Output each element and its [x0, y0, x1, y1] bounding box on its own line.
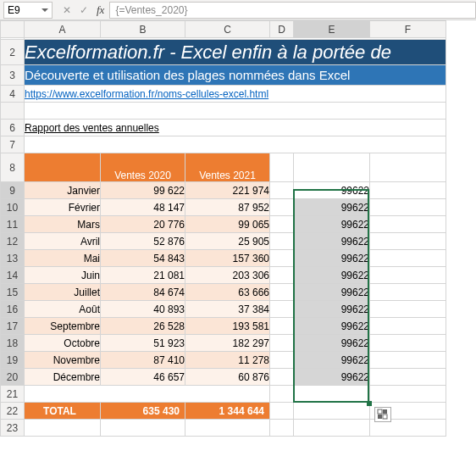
value-2020[interactable]: 87 410: [101, 352, 185, 369]
enter-icon[interactable]: ✓: [78, 4, 90, 16]
fill-handle[interactable]: [367, 401, 372, 406]
value-2020[interactable]: 52 876: [101, 233, 185, 250]
spill-cell[interactable]: 99622: [294, 182, 370, 199]
row-header[interactable]: 20: [1, 369, 25, 386]
row-header[interactable]: 14: [1, 267, 25, 284]
url-link[interactable]: https://www.excelformation.fr/noms-cellu…: [25, 86, 446, 103]
value-2020[interactable]: 99 622: [101, 182, 185, 199]
table-row: 19Novembre87 41011 27899622: [1, 352, 446, 369]
row-header[interactable]: 11: [1, 216, 25, 233]
month-cell[interactable]: Septembre: [25, 318, 101, 335]
row-header[interactable]: 13: [1, 250, 25, 267]
table-row: 12Avril52 87625 90599622: [1, 233, 446, 250]
month-cell[interactable]: Juillet: [25, 284, 101, 301]
row-header[interactable]: 6: [1, 120, 25, 136]
value-2020[interactable]: 46 657: [101, 369, 185, 386]
table-row: 15Juillet84 67463 66699622: [1, 284, 446, 301]
row-header[interactable]: 22: [1, 403, 25, 420]
col-header[interactable]: A: [25, 21, 101, 38]
row-header[interactable]: [1, 103, 25, 120]
cancel-icon[interactable]: ✕: [61, 4, 73, 16]
value-2021[interactable]: 87 952: [185, 199, 270, 216]
select-all-corner[interactable]: [1, 21, 25, 38]
value-2020[interactable]: 20 776: [101, 216, 185, 233]
month-cell[interactable]: Février: [25, 199, 101, 216]
spill-cell[interactable]: 99622: [294, 199, 370, 216]
month-cell[interactable]: Mars: [25, 216, 101, 233]
month-cell[interactable]: Novembre: [25, 352, 101, 369]
month-cell[interactable]: Avril: [25, 233, 101, 250]
row-header[interactable]: 18: [1, 335, 25, 352]
value-2020[interactable]: 54 843: [101, 250, 185, 267]
report-title: Rapport des ventes annuelles: [25, 120, 446, 136]
value-2020[interactable]: 51 923: [101, 335, 185, 352]
value-2020[interactable]: 26 528: [101, 318, 185, 335]
fx-icon[interactable]: fx: [95, 3, 109, 17]
value-2021[interactable]: 25 905: [185, 233, 270, 250]
col-header[interactable]: B: [101, 21, 185, 38]
table-row: 17Septembre26 528193 58199622: [1, 318, 446, 335]
col-header[interactable]: E: [294, 21, 370, 38]
value-2020[interactable]: 21 081: [101, 267, 185, 284]
value-2020[interactable]: 84 674: [101, 284, 185, 301]
spill-cell[interactable]: 99622: [294, 216, 370, 233]
month-cell[interactable]: Août: [25, 301, 101, 318]
grid[interactable]: A B C D E F 2 Excelformation.fr - Excel …: [0, 20, 446, 437]
name-box[interactable]: E9: [3, 2, 53, 19]
spill-cell[interactable]: 99622: [294, 233, 370, 250]
value-2021[interactable]: 221 974: [185, 182, 270, 199]
value-2021[interactable]: 11 278: [185, 352, 270, 369]
row-header[interactable]: 10: [1, 199, 25, 216]
value-2021[interactable]: 182 297: [185, 335, 270, 352]
value-2020[interactable]: 48 147: [101, 199, 185, 216]
spill-cell[interactable]: 99622: [294, 250, 370, 267]
value-2020[interactable]: 40 893: [101, 301, 185, 318]
value-2021[interactable]: 63 666: [185, 284, 270, 301]
col-header[interactable]: F: [370, 21, 446, 38]
row-header[interactable]: 19: [1, 352, 25, 369]
row-header[interactable]: 15: [1, 284, 25, 301]
spill-cell[interactable]: 99622: [294, 352, 370, 369]
month-cell[interactable]: Mai: [25, 250, 101, 267]
month-cell[interactable]: Décembre: [25, 369, 101, 386]
table-row: 9Janvier99 622221 97499622: [1, 182, 446, 199]
value-2021[interactable]: 203 306: [185, 267, 270, 284]
row-header[interactable]: 23: [1, 420, 25, 437]
table-header: Ventes 2021: [185, 153, 270, 182]
spreadsheet: A B C D E F 2 Excelformation.fr - Excel …: [0, 20, 476, 437]
row-header[interactable]: 7: [1, 136, 25, 153]
row-header[interactable]: 3: [1, 65, 25, 86]
value-2021[interactable]: 99 065: [185, 216, 270, 233]
month-cell[interactable]: Octobre: [25, 335, 101, 352]
row-header[interactable]: 4: [1, 86, 25, 103]
row-header[interactable]: 2: [1, 40, 25, 65]
spill-cell[interactable]: 99622: [294, 335, 370, 352]
spill-cell[interactable]: 99622: [294, 369, 370, 386]
col-header[interactable]: D: [270, 21, 294, 38]
total-2020: 635 430: [101, 403, 185, 420]
row-header[interactable]: 12: [1, 233, 25, 250]
table-row: 14Juin21 081203 30699622: [1, 267, 446, 284]
table-row: 10Février48 14787 95299622: [1, 199, 446, 216]
value-2021[interactable]: 193 581: [185, 318, 270, 335]
formula-bar-buttons: ✕ ✓: [56, 4, 95, 16]
month-cell[interactable]: Juin: [25, 267, 101, 284]
row-header[interactable]: 21: [1, 386, 25, 403]
row-header[interactable]: 9: [1, 182, 25, 199]
row-header[interactable]: 16: [1, 301, 25, 318]
month-cell[interactable]: Janvier: [25, 182, 101, 199]
spill-cell[interactable]: 99622: [294, 284, 370, 301]
formula-bar[interactable]: {=Ventes_2020}: [109, 2, 476, 19]
row-header[interactable]: 8: [1, 153, 25, 182]
col-header[interactable]: C: [185, 21, 270, 38]
autofill-options-icon[interactable]: [374, 407, 391, 422]
spill-cell[interactable]: 99622: [294, 301, 370, 318]
value-2021[interactable]: 60 876: [185, 369, 270, 386]
table-row: 11Mars20 77699 06599622: [1, 216, 446, 233]
value-2021[interactable]: 157 360: [185, 250, 270, 267]
row-header[interactable]: 17: [1, 318, 25, 335]
spill-cell[interactable]: 99622: [294, 318, 370, 335]
chevron-down-icon[interactable]: [42, 8, 48, 12]
spill-cell[interactable]: 99622: [294, 267, 370, 284]
value-2021[interactable]: 37 384: [185, 301, 270, 318]
